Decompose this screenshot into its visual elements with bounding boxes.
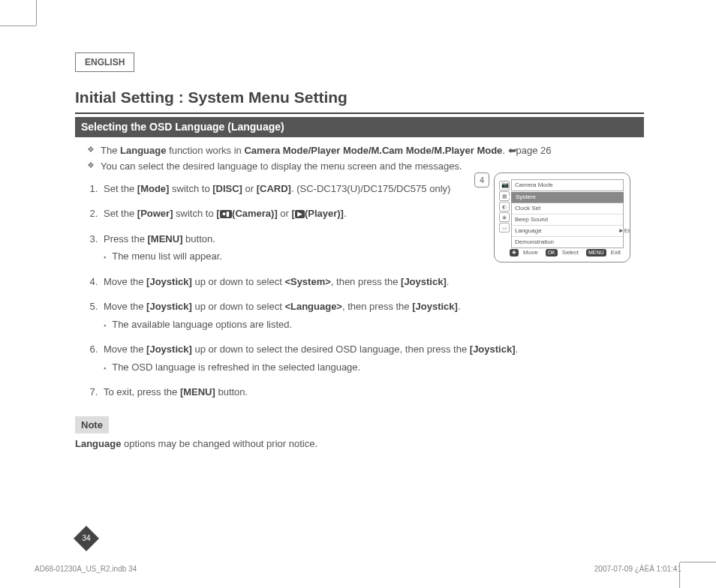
osd-icon-5: ▭ [499,223,510,232]
page-number-badge: 34 [75,531,98,546]
osd-row-clockset: Clock Set [512,203,623,214]
osd-row-beepsound: Beep Sound►On [512,214,623,226]
osd-footer: ✥Move OKSelect MENUExit [501,248,624,257]
step-5-sub: The available language options are liste… [104,317,644,332]
page-title: Initial Setting : System Menu Setting [75,86,644,114]
step-badge: 4 [474,172,489,188]
note-label: Note [75,416,109,434]
osd-menu: Clock Set Beep Sound►On Language►English… [511,202,624,248]
language-tag: ENGLISH [75,52,134,72]
camera-icon: ●▮ [220,210,232,218]
ok-chip-icon: OK [546,249,558,257]
osd-figure: 4 ⚙ ▦ ◐ ◉ ▭ 📷 Camera Mode ►System [494,172,644,262]
step-6-sub: The OSD language is refreshed in the sel… [104,360,644,375]
osd-row-language: Language►English [512,226,623,237]
camera-mode-icon: 📷 [501,181,509,190]
osd-screen: ⚙ ▦ ◐ ◉ ▭ 📷 Camera Mode ►System [494,172,630,262]
osd-row-demonstration: Demonstration►On [512,237,623,248]
intro-bullet-1: The Language function works in Camera Mo… [87,143,644,158]
step-5: Move the [Joystick] up or down to select… [101,299,644,332]
footer-right: 2007-07-09 ¿ÀÈÄ 1:01:41 [594,563,681,574]
footer-left: AD68-01230A_US_R2.indb 34 [35,563,137,574]
player-icon: ▶ [295,210,305,218]
page-ref-icon: ➥ [508,143,516,158]
intro-list: The Language function works in Camera Mo… [87,143,644,174]
intro-bullet-2: You can select the desired language to d… [87,159,644,174]
step-6: Move the [Joystick] up or down to select… [101,342,644,374]
osd-titlebar: 📷 Camera Mode [511,179,624,191]
menu-chip-icon: MENU [586,249,606,257]
osd-row-system: ►System [511,192,624,202]
note-text: Language options may be changed without … [75,436,644,452]
osd-icon-4: ◉ [499,212,510,222]
step-7: To exit, press the [MENU] button. [101,385,644,400]
move-chip-icon: ✥ [510,249,519,257]
osd-icon-3: ◐ [499,202,510,212]
step-4: Move the [Joystick] up or down to select… [101,274,644,290]
section-heading: Selecting the OSD Language (Language) [75,117,644,137]
